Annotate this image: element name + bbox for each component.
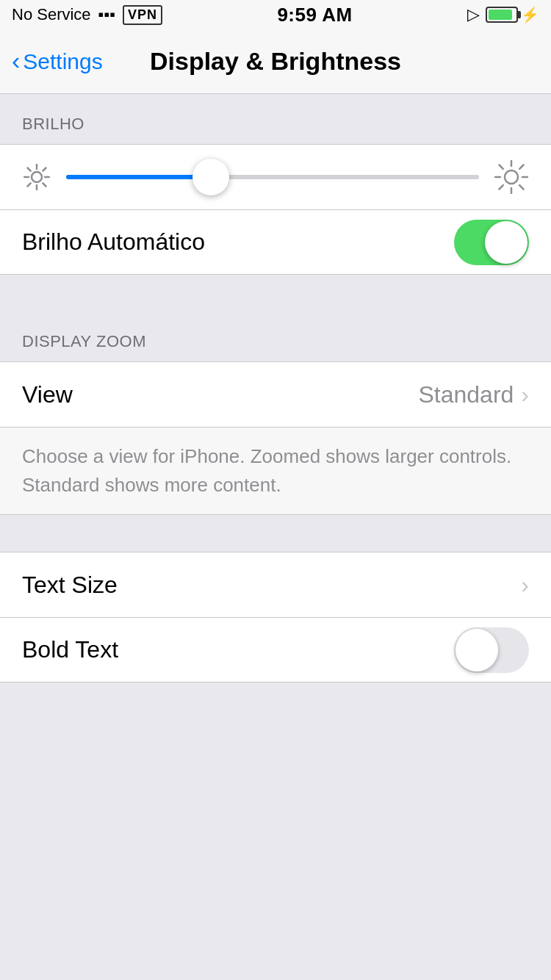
auto-brightness-label: Brilho Automático [22,228,205,256]
spacer-1 [0,275,551,311]
view-value-container: Standard › [418,381,529,408]
nav-bar: ‹ Settings Display & Brightness [0,29,551,94]
auto-brightness-toggle[interactable] [454,220,529,265]
status-bar: No Service ▪▪▪ VPN 9:59 AM ▷ ⚡ [0,0,551,29]
slider-track [66,175,479,179]
bold-text-label: Bold Text [22,636,118,663]
status-time: 9:59 AM [277,4,352,26]
back-label: Settings [23,49,102,74]
wifi-icon: ▪▪▪ [98,5,115,24]
view-row[interactable]: View Standard › [0,362,551,427]
bluetooth-icon: ▷ [467,5,480,24]
brightness-group: Brilho Automático [0,144,551,275]
svg-line-6 [43,183,46,186]
spacer-2 [0,515,551,552]
toggle-knob [485,221,527,264]
svg-line-16 [519,165,523,169]
display-zoom-group: View Standard › Choose a view for iPhone… [0,361,551,515]
back-button[interactable]: ‹ Settings [12,48,103,75]
svg-line-8 [28,183,31,186]
page-title: Display & Brightness [150,47,401,76]
svg-point-0 [32,172,42,182]
svg-line-14 [500,165,503,169]
brightness-slider-row [0,145,551,209]
svg-line-5 [28,168,31,171]
svg-line-17 [500,185,503,189]
display-zoom-section-header: DISPLAY ZOOM [0,311,551,361]
text-size-row[interactable]: Text Size › [0,552,551,617]
battery-icon [486,7,518,23]
bold-text-row: Bold Text [0,617,551,682]
view-description-cell: Choose a view for iPhone. Zoomed shows l… [0,427,551,514]
no-service-text: No Service [12,5,91,24]
view-label: View [22,381,73,408]
slider-thumb[interactable] [192,159,229,195]
svg-point-9 [505,170,518,184]
view-value: Standard [418,381,514,408]
status-left: No Service ▪▪▪ VPN [12,5,162,25]
status-right: ▷ ⚡ [467,5,539,24]
svg-line-15 [519,185,523,189]
battery-container: ⚡ [486,6,539,24]
text-group: Text Size › Bold Text [0,552,551,682]
chevron-right-icon: › [521,381,529,408]
text-size-label: Text Size [22,572,118,599]
text-size-chevron-icon: › [521,572,529,599]
slider-fill [66,175,211,179]
content: BRILHO [0,94,551,682]
svg-line-7 [43,168,46,171]
view-description: Choose a view for iPhone. Zoomed shows l… [22,442,529,500]
back-chevron-icon: ‹ [12,46,20,75]
charging-icon: ⚡ [521,6,539,24]
sun-small-icon [22,162,51,192]
brightness-slider[interactable] [66,173,479,181]
bold-text-toggle-knob [455,629,498,671]
bold-text-toggle[interactable] [454,627,529,673]
brightness-section-header: BRILHO [0,94,551,144]
battery-fill [489,10,512,20]
sun-large-icon [494,159,529,195]
vpn-badge: VPN [123,5,162,25]
text-size-value: › [521,572,529,599]
auto-brightness-row: Brilho Automático [0,209,551,274]
